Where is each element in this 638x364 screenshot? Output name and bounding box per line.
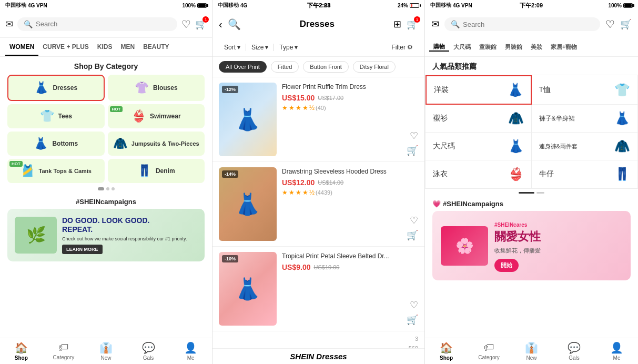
search-input-3[interactable]	[463, 21, 594, 28]
product-img-2[interactable]: -14% 👗	[219, 167, 277, 241]
back-icon[interactable]: ‹	[219, 18, 222, 31]
discount-badge-1: -12%	[222, 86, 238, 93]
cn-tab-plus[interactable]: 大尺碼	[449, 43, 475, 51]
product-info-3: Tropical Print Petal Sleeve Belted Dr...…	[282, 252, 401, 326]
cn-pants-icon: 👗	[614, 111, 630, 126]
chip-button-front[interactable]: Button Front	[303, 61, 349, 73]
wishlist-btn-1[interactable]: ♡	[410, 130, 418, 141]
cn-top-nav: ✉ 🔍 ♡ 🛒	[425, 11, 638, 38]
cat-card-tees[interactable]: 👕 Tees	[7, 104, 105, 128]
swim-icon: 👙	[131, 109, 146, 123]
search-input-1[interactable]	[36, 20, 171, 28]
product-img-3[interactable]: -10% 👗	[219, 252, 277, 326]
chip-all-over-print[interactable]: All Over Print	[219, 61, 267, 73]
cart-add-btn-2[interactable]: 🛒	[407, 229, 418, 241]
cn-cat-dress[interactable]: 洋裝 👗	[426, 75, 532, 105]
cn-cat-label-plus: 大尺碼	[433, 141, 455, 151]
grid-icon[interactable]: ⊞	[393, 18, 401, 30]
category-nav-1: WOMEN CURVE + PLUS KIDS MEN BEAUTY	[0, 38, 212, 57]
cn-new-label: New	[526, 355, 536, 361]
status-bar-1: 中国移动 4G VPN 下午2:08 100%	[0, 0, 212, 11]
cart-add-btn-1[interactable]: 🛒	[407, 145, 418, 156]
cn-tab-men[interactable]: 男裝館	[501, 43, 526, 51]
cart-add-btn-3[interactable]: 🛒	[407, 314, 418, 326]
cn-cat-jumpsuits[interactable]: 連身褲&兩件套 🧥	[532, 133, 638, 160]
cart-container-3: 🛒	[620, 18, 632, 30]
cn-tab-kids[interactable]: 童裝館	[475, 43, 501, 51]
cat-men[interactable]: MEN	[116, 39, 139, 55]
cn-cat-swimwear[interactable]: 泳衣 👙	[426, 160, 532, 188]
cn-nav-gals[interactable]: 💬 Gals	[553, 341, 595, 361]
battery-icon-2	[410, 3, 419, 8]
discount-badge-2: -14%	[222, 170, 238, 178]
tee-icon: 👕	[40, 109, 54, 123]
cn-nav-category[interactable]: 🏷 Category	[468, 341, 510, 361]
dot-2	[106, 187, 109, 190]
cn-tab-beauty[interactable]: 美妝	[526, 43, 546, 51]
battery-3: 100%	[608, 3, 622, 8]
cn-cat-tshirt[interactable]: T恤 👕	[532, 75, 638, 105]
search-icon-2[interactable]: 🔍	[228, 18, 241, 31]
cat-card-tanks[interactable]: HOT 🎽 Tank Tops & Camis	[7, 159, 105, 183]
mail-icon[interactable]: ✉	[5, 18, 13, 30]
battery-1: 100%	[182, 3, 196, 8]
cn-nav-new[interactable]: 👔 New	[510, 341, 553, 361]
battery-2: 24%	[398, 3, 408, 8]
cat-card-jumpsuits[interactable]: 🧥 Jumpsuits & Two-Pieces	[108, 132, 205, 156]
nav-gals-1[interactable]: 💬 Gals	[127, 341, 170, 361]
product-img-1[interactable]: -12% 👗	[219, 83, 277, 156]
cn-start-button[interactable]: 開始	[494, 259, 519, 272]
search-box-1[interactable]: 🔍	[17, 17, 177, 31]
cn-nav-me[interactable]: 👤 Me	[595, 341, 638, 361]
cat-kids[interactable]: KIDS	[93, 39, 117, 55]
cat-label-blouses: Blouses	[153, 84, 178, 92]
cat-card-denim[interactable]: 👖 Denim	[108, 159, 205, 183]
learn-more-button-1[interactable]: LEARN MORE	[62, 245, 103, 254]
product-actions-3: ♡ 🛒	[407, 252, 418, 326]
cn-tab-home[interactable]: 家居+寵物	[546, 43, 581, 51]
cn-dress-icon: 👗	[508, 83, 523, 97]
cat-card-dresses[interactable]: 👗 Dresses	[7, 75, 105, 101]
type-filter[interactable]: Type ▾	[274, 44, 303, 51]
cn-tab-shopping[interactable]: 購物	[429, 43, 449, 52]
nav-category-1[interactable]: 🏷 Category	[43, 341, 85, 361]
cat-card-bottoms[interactable]: 👗 Bottoms	[7, 132, 105, 156]
cart-icon-3[interactable]: 🛒	[620, 19, 632, 29]
cat-label-denim: Denim	[156, 167, 175, 175]
cn-cat-pants[interactable]: 褲子&半身裙 👗	[532, 105, 638, 133]
wishlist-icon-1[interactable]: ♡	[181, 18, 191, 31]
filter-btn[interactable]: Filter ⚙	[386, 44, 418, 51]
cn-cat-plus[interactable]: 大尺碼 👗	[426, 133, 532, 160]
cat-women[interactable]: WOMEN	[5, 39, 38, 56]
campaign-banner-1: 🌿 DO GOOD. LOOK GOOD. REPEAT. Check out …	[7, 209, 205, 261]
shop-icon-1: 🏠	[15, 341, 28, 354]
cat-card-swimwear[interactable]: HOT 👙 Swimwear	[108, 104, 205, 128]
panel-dresses: 中国移动 4G 下午2:23 24% ‹ 🔍 Dresses ⊞ 🛒 1 Sor…	[212, 0, 425, 364]
chip-ditsy-floral[interactable]: Ditsy Floral	[353, 61, 396, 73]
nav-me-1[interactable]: 👤 Me	[169, 341, 212, 361]
wishlist-icon-3[interactable]: ♡	[605, 18, 615, 31]
cn-cat-shirt[interactable]: 襯衫 🧥	[426, 105, 532, 133]
network-3: 4G VPN	[453, 3, 472, 8]
nav-shop-1[interactable]: 🏠 Shop	[0, 341, 43, 361]
nav-new-1[interactable]: 👔 New	[85, 341, 127, 361]
battery-icon-1	[197, 3, 207, 8]
cn-bottom-nav: 🏠 Shop 🏷 Category 👔 New 💬 Gals 👤 Me	[425, 338, 638, 364]
wishlist-btn-3[interactable]: ♡	[410, 299, 418, 311]
cn-nav-shop[interactable]: 🏠 Shop	[425, 341, 468, 361]
time-2: 下午2:23	[307, 2, 330, 9]
cat-beauty[interactable]: BEAUTY	[139, 39, 173, 55]
size-filter[interactable]: Size ▾	[246, 44, 274, 51]
product-prices-1: US$15.00 US$17.00	[282, 94, 401, 102]
chip-fitted[interactable]: Fitted	[271, 61, 299, 73]
cn-search-box[interactable]: 🔍	[444, 17, 600, 31]
mail-icon-3[interactable]: ✉	[431, 18, 439, 30]
chips-bar: All Over Print Fitted Button Front Ditsy…	[212, 57, 424, 77]
wishlist-btn-2[interactable]: ♡	[410, 215, 418, 226]
cn-cat-jeans[interactable]: 牛仔 👖	[532, 160, 638, 188]
cat-card-blouses[interactable]: 👚 Blouses	[108, 75, 205, 101]
sort-filter[interactable]: Sort ▾	[219, 44, 246, 51]
product-prices-3: US$9.00 US$10.00	[282, 263, 401, 271]
category-icon-1: 🏷	[58, 341, 69, 353]
cat-curve[interactable]: CURVE + PLUS	[38, 39, 93, 55]
